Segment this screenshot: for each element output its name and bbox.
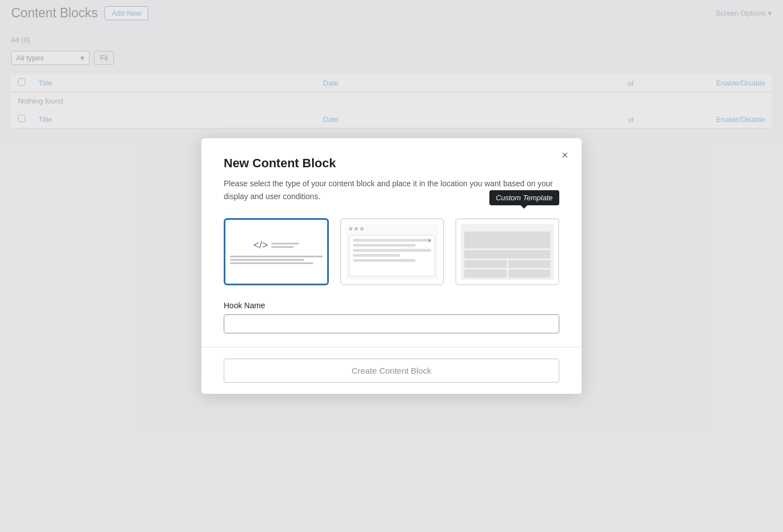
block-type-selector: Custom Template </>	[224, 218, 559, 285]
editor-block-card[interactable]: ×	[340, 218, 444, 285]
code-line-3	[230, 256, 323, 257]
hook-name-label: Hook Name	[224, 301, 559, 310]
code-line-5	[230, 262, 313, 264]
code-line-4	[230, 259, 304, 261]
create-content-block-button[interactable]: Create Content Block	[224, 359, 559, 383]
code-block-card[interactable]: </>	[224, 218, 329, 285]
modal-footer: Create Content Block	[201, 347, 582, 394]
editor-line-1	[353, 239, 431, 242]
code-line-2	[271, 246, 294, 248]
custom-template-card[interactable]	[455, 218, 559, 285]
tooltip-text: Custom Template	[489, 190, 559, 205]
template-main-block-1	[464, 232, 550, 248]
modal-title: New Content Block	[224, 156, 559, 171]
template-grid-item-2	[508, 260, 551, 268]
new-content-block-modal: × New Content Block Please select the ty…	[201, 138, 582, 394]
editor-block-visual: ×	[346, 224, 438, 280]
template-grid-item-4	[508, 270, 551, 277]
template-grid-item-3	[464, 270, 507, 277]
template-main-block-2	[464, 250, 550, 258]
code-line-1	[271, 243, 299, 244]
editor-line-4	[353, 254, 400, 257]
code-open-tag-icon: </>	[253, 239, 268, 251]
template-grid-item-1	[464, 260, 507, 268]
custom-template-tooltip: Custom Template	[489, 190, 559, 205]
editor-x-icon: ×	[428, 238, 431, 244]
hook-name-input[interactable]	[224, 314, 559, 333]
modal-close-button[interactable]: ×	[557, 147, 573, 163]
modal-overlay: × New Content Block Please select the ty…	[0, 0, 783, 532]
code-block-visual: </>	[230, 224, 323, 279]
editor-line-3	[353, 249, 431, 252]
editor-line-5	[353, 259, 416, 262]
editor-line-2	[353, 244, 416, 247]
template-block-visual	[461, 224, 554, 280]
